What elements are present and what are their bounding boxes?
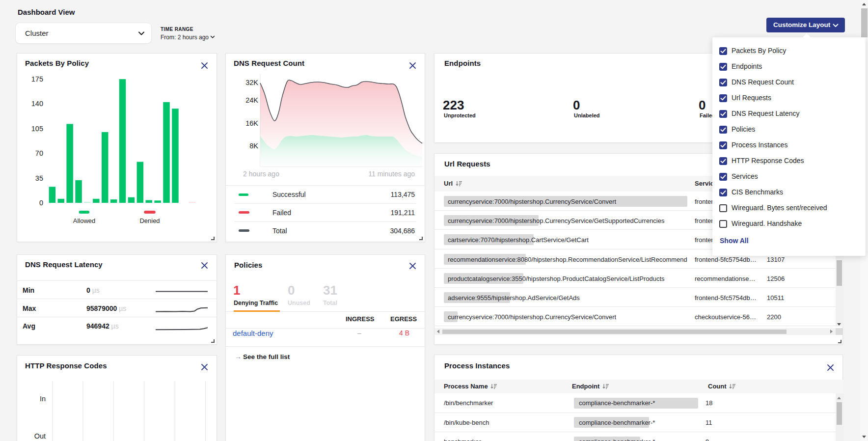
- svg-text:In: In: [40, 395, 46, 403]
- svg-text:70: 70: [35, 149, 43, 157]
- svg-text:0: 0: [39, 199, 43, 207]
- svg-text:Denied: Denied: [139, 217, 160, 224]
- svg-text:Allowed: Allowed: [73, 217, 96, 224]
- svg-text:8K: 8K: [249, 142, 258, 150]
- svg-text:11 minutes ago: 11 minutes ago: [368, 170, 415, 178]
- svg-text:105: 105: [31, 125, 43, 133]
- svg-text:175: 175: [31, 75, 43, 83]
- svg-text:140: 140: [31, 100, 43, 108]
- svg-text:32K: 32K: [245, 79, 258, 86]
- svg-text:Out: Out: [34, 432, 46, 440]
- svg-text:35: 35: [35, 174, 43, 182]
- svg-text:2 hours ago: 2 hours ago: [243, 170, 279, 178]
- svg-text:24K: 24K: [245, 96, 258, 104]
- svg-text:16K: 16K: [245, 119, 258, 127]
